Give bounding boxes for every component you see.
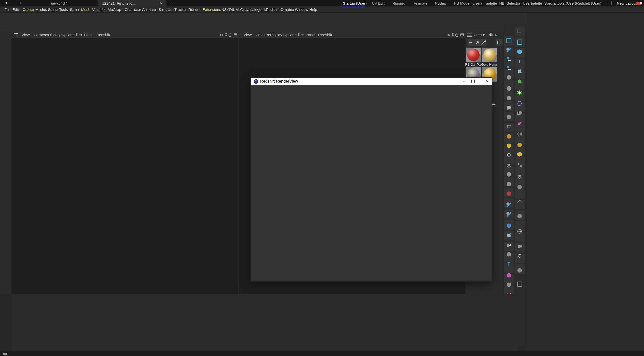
svg-text:T: T <box>518 59 521 64</box>
svg-text:T: T <box>507 261 510 267</box>
